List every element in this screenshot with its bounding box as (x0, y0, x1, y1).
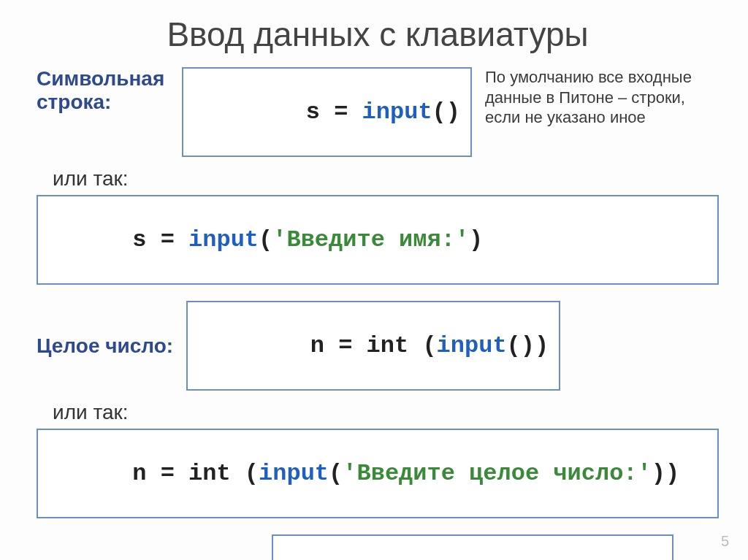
code-string: 'Введите имя:' (272, 226, 469, 253)
code-text: s = (132, 226, 188, 253)
code-fn: input (362, 99, 432, 126)
code-text: ) (469, 226, 483, 253)
row-string-input: Символьная строка: s = input() По умолча… (37, 67, 719, 157)
label-string: Символьная строка: (37, 67, 169, 114)
code-text: ()) (507, 332, 549, 359)
row-float-input: Вещественное число: x = float (input()) (37, 534, 719, 560)
codebox-float-empty: x = float (input()) (272, 534, 673, 560)
codebox-string-empty: s = input() (182, 67, 472, 157)
code-fn: input (437, 332, 507, 359)
codebox-string-prompt: s = input('Введите имя:') (37, 195, 719, 285)
code-text: n = int ( (132, 460, 259, 487)
code-text: () (432, 99, 460, 126)
code-text: n = int ( (310, 332, 437, 359)
codebox-int-prompt: n = int (input('Введите целое число:')) (37, 429, 719, 518)
label-or: или так: (53, 167, 719, 191)
page-number: 5 (721, 533, 729, 550)
row-int-input: Целое число: n = int (input()) (37, 301, 719, 391)
codebox-int-empty: n = int (input()) (186, 301, 560, 391)
code-text: )) (652, 460, 679, 487)
label-or: или так: (53, 401, 719, 424)
slide-title: Ввод данных с клавиатуры (37, 15, 719, 54)
note-default-strings: По умолчанию все входные данные в Питоне… (485, 67, 719, 128)
code-fn: input (259, 460, 329, 487)
code-fn: input (188, 226, 259, 253)
code-text: ( (259, 226, 272, 253)
code-text: s = (306, 99, 362, 126)
label-int: Целое число: (37, 334, 173, 358)
code-string: 'Введите целое число:' (343, 460, 651, 487)
code-text: ( (329, 460, 343, 487)
